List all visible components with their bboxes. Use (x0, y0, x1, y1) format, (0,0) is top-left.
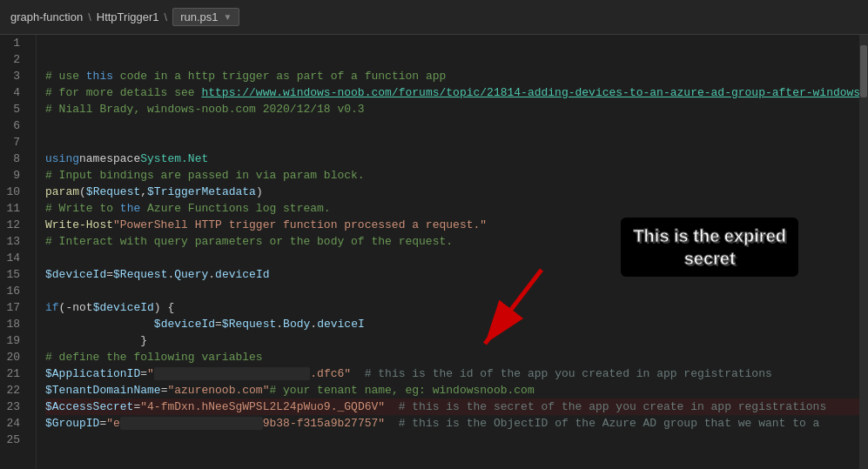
code-line-2 (45, 51, 868, 68)
line-num-10: 10 (0, 184, 27, 200)
line-num-6: 6 (0, 117, 27, 134)
line-num-24: 24 (0, 415, 27, 432)
breadcrumb-bar: graph-function \ HttpTrigger1 \ run.ps1 … (0, 0, 868, 35)
line-num-17: 17 (0, 299, 27, 316)
code-line-25 (45, 432, 868, 448)
line-num-12: 12 (0, 217, 27, 233)
line4-comment: # for more details see https://www.windo… (45, 84, 867, 101)
line3-comment: # use this code in a http trigger as par… (45, 68, 446, 84)
code-line-13: # Interact with query parameters or the … (45, 233, 868, 250)
breadcrumb-folder[interactable]: HttpTrigger1 (97, 10, 159, 23)
code-line-5: # Niall Brady, windows-noob.com 2020/12/… (45, 101, 868, 117)
code-line-22: $TenantDomainName = "azurenoob.com" # yo… (45, 382, 868, 399)
line-num-13: 13 (0, 233, 27, 250)
line-num-25: 25 (0, 432, 27, 448)
code-editor: 1 2 3 4 5 6 7 8 9 10 11 12 13 14 15 16 1… (0, 35, 868, 469)
code-line-8: using namespace System.Net (45, 151, 868, 167)
line-num-15: 15 (0, 266, 27, 283)
code-line-15: $deviceId = $Request.Query.deviceId (45, 266, 868, 283)
line-number-gutter: 1 2 3 4 5 6 7 8 9 10 11 12 13 14 15 16 1… (0, 35, 37, 469)
line-num-8: 8 (0, 151, 27, 167)
code-line-14 (45, 250, 868, 266)
line-num-16: 16 (0, 283, 27, 299)
breadcrumb-sep-2: \ (165, 10, 168, 23)
code-line-20: # define the following variables (45, 349, 868, 365)
code-line-3: # use this code in a http trigger as par… (45, 68, 868, 84)
code-line-24: $GroupID = "e 9b38-f315a9b27757" # this … (45, 415, 868, 432)
line-num-4: 4 (0, 84, 27, 101)
file-selector-dropdown[interactable]: run.ps1 ▼ (172, 8, 239, 26)
code-line-4: # for more details see https://www.windo… (45, 84, 868, 101)
dropdown-chevron-icon: ▼ (224, 12, 232, 22)
line8-keyword: using (45, 151, 79, 167)
code-line-7 (45, 134, 868, 151)
line-num-2: 2 (0, 51, 27, 68)
breadcrumb-project[interactable]: graph-function (10, 10, 83, 23)
line-num-9: 9 (0, 167, 27, 184)
code-line-17: if (-not $deviceId) { (45, 299, 868, 316)
code-line-18: $deviceId = $Request.Body.deviceI (45, 316, 868, 332)
code-line-1 (45, 35, 868, 51)
line-num-18: 18 (0, 316, 27, 332)
code-line-10: param($Request, $TriggerMetadata) (45, 184, 868, 200)
line-num-5: 5 (0, 101, 27, 117)
code-line-16 (45, 283, 868, 299)
line5-comment: # Niall Brady, windows-noob.com 2020/12/… (45, 101, 365, 117)
code-content[interactable]: # use this code in a http trigger as par… (37, 35, 868, 469)
line-num-19: 19 (0, 332, 27, 349)
code-line-21: $ApplicationID = " .dfc6" # this is the … (45, 365, 868, 382)
code-line-23: $AccessSecret = "4-fmDxn.hNeeSgWPSL2L24p… (45, 399, 868, 415)
code-line-19: } (45, 332, 868, 349)
scrollbar-thumb[interactable] (860, 45, 867, 97)
line-num-21: 21 (0, 365, 27, 382)
code-line-11: # Write to the Azure Functions log strea… (45, 200, 868, 217)
code-line-12: Write-Host "PowerShell HTTP trigger func… (45, 217, 868, 233)
line-num-11: 11 (0, 200, 27, 217)
line9-comment: # Input bindings are passed in via param… (45, 167, 365, 184)
line-num-7: 7 (0, 134, 27, 151)
code-line-9: # Input bindings are passed in via param… (45, 167, 868, 184)
line20-comment: # define the following variables (45, 349, 263, 365)
line-num-3: 3 (0, 68, 27, 84)
line11-comment: # Write to the Azure Functions log strea… (45, 200, 331, 217)
line-num-14: 14 (0, 250, 27, 266)
line-num-23: 23 (0, 399, 27, 415)
line13-comment: # Interact with query parameters or the … (45, 233, 453, 250)
file-selector-label: run.ps1 (180, 10, 218, 23)
breadcrumb-sep-1: \ (88, 10, 91, 23)
line4-link[interactable]: https://www.windows-noob.com/forums/topi… (201, 86, 867, 99)
vertical-scrollbar[interactable] (859, 35, 868, 469)
app-container: graph-function \ HttpTrigger1 \ run.ps1 … (0, 0, 868, 469)
line-num-22: 22 (0, 382, 27, 399)
line-num-1: 1 (0, 35, 27, 51)
line-num-20: 20 (0, 349, 27, 365)
code-line-6 (45, 117, 868, 134)
